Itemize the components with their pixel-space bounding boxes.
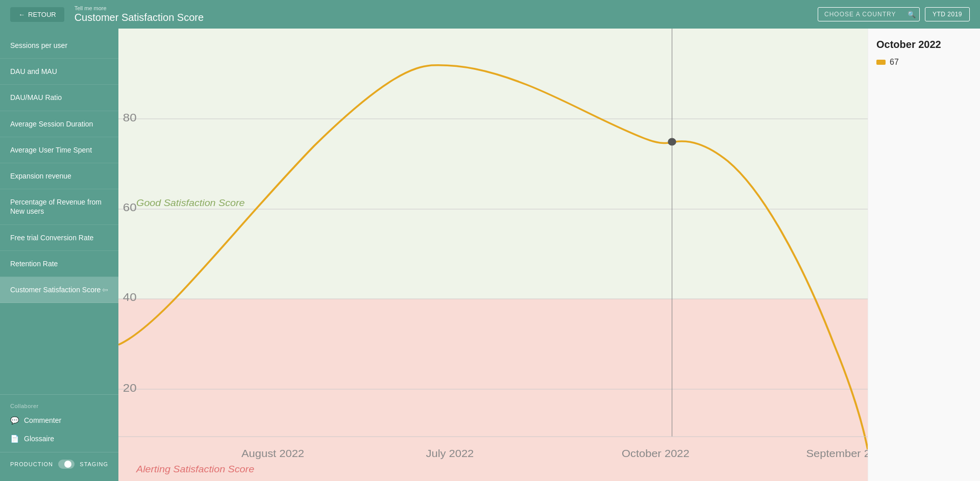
share-icon: ⇦ — [102, 285, 108, 294]
svg-text:October 2022: October 2022 — [622, 448, 690, 459]
svg-text:September 20: September 20 — [806, 448, 868, 459]
svg-rect-0 — [118, 29, 868, 299]
legend-item: 67 — [876, 58, 972, 67]
sidebar-item-free-trial-conversion[interactable]: Free trial Conversion Rate — [0, 225, 118, 251]
glossaire-item[interactable]: 📄 Glossaire — [0, 429, 118, 448]
svg-rect-1 — [118, 299, 868, 481]
chart-container: 80 60 40 20 Good Satisfaction Score Aler… — [118, 29, 868, 481]
chart-svg: 80 60 40 20 Good Satisfaction Score Aler… — [118, 29, 868, 481]
legend-color-swatch — [876, 60, 886, 65]
country-search-wrapper: 🔍 — [818, 7, 920, 21]
sidebar-item-average-user-time-spent[interactable]: Average User Time Spent — [0, 137, 118, 163]
content-area: 80 60 40 20 Good Satisfaction Score Aler… — [118, 29, 980, 481]
legend-value: 67 — [890, 58, 899, 67]
sidebar-nav: Sessions per user DAU and MAU DAU/MAU Ra… — [0, 29, 118, 394]
svg-text:Good Satisfaction Score: Good Satisfaction Score — [136, 198, 244, 208]
comment-icon: 💬 — [10, 416, 19, 424]
svg-text:80: 80 — [123, 111, 137, 124]
sidebar-item-dau-mau-ratio[interactable]: DAU/MAU Ratio — [0, 85, 118, 111]
glossaire-icon: 📄 — [10, 435, 19, 443]
svg-text:July 2022: July 2022 — [426, 448, 474, 459]
header-subtitle: Tell me more — [75, 5, 807, 11]
svg-text:Alerting Satisfaction Score: Alerting Satisfaction Score — [136, 464, 254, 474]
staging-toggle-row: PRODUCTION STAGING — [0, 452, 118, 476]
collaborer-label: Collaborer — [0, 399, 118, 411]
sidebar-item-average-session-duration[interactable]: Average Session Duration — [0, 111, 118, 137]
sidebar-item-retention-rate[interactable]: Retention Rate — [0, 251, 118, 277]
retour-button[interactable]: ← RETOUR — [10, 7, 64, 22]
chart-svg-wrapper: 80 60 40 20 Good Satisfaction Score Aler… — [118, 29, 868, 481]
svg-text:20: 20 — [123, 382, 137, 394]
header-title-group: Tell me more Customer Satisfaction Score — [75, 5, 807, 23]
svg-text:August 2022: August 2022 — [241, 448, 304, 459]
sidebar-item-percentage-revenue-new-users[interactable]: Percentage of Revenue from New users — [0, 189, 118, 224]
header-title: Customer Satisfaction Score — [75, 12, 807, 23]
svg-text:40: 40 — [123, 291, 137, 303]
staging-label: STAGING — [80, 461, 108, 467]
sidebar: Sessions per user DAU and MAU DAU/MAU Ra… — [0, 29, 118, 481]
commenter-item[interactable]: 💬 Commenter — [0, 411, 118, 429]
sidebar-item-expansion-revenue[interactable]: Expansion revenue — [0, 163, 118, 189]
arrow-left-icon: ← — [18, 11, 25, 18]
collaborer-section: Collaborer 💬 Commenter 📄 Glossaire — [0, 394, 118, 452]
svg-text:60: 60 — [123, 201, 137, 214]
toggle-thumb — [64, 461, 71, 468]
country-search-input[interactable] — [818, 7, 920, 21]
env-toggle[interactable] — [58, 460, 75, 469]
sidebar-item-sessions-per-user[interactable]: Sessions per user — [0, 33, 118, 59]
right-panel-month: October 2022 — [876, 39, 972, 50]
search-icon: 🔍 — [908, 11, 916, 18]
main-layout: Sessions per user DAU and MAU DAU/MAU Ra… — [0, 29, 980, 481]
sidebar-item-dau-and-mau[interactable]: DAU and MAU — [0, 59, 118, 85]
right-panel: October 2022 67 — [868, 29, 980, 481]
header-controls: 🔍 YTD 2019 — [818, 7, 970, 21]
ytd-button[interactable]: YTD 2019 — [925, 7, 970, 21]
svg-point-13 — [668, 138, 676, 145]
production-label: PRODUCTION — [10, 461, 53, 467]
sidebar-item-customer-satisfaction-score[interactable]: Customer Satisfaction Score ⇦ — [0, 277, 118, 303]
header: ← RETOUR Tell me more Customer Satisfact… — [0, 0, 980, 29]
